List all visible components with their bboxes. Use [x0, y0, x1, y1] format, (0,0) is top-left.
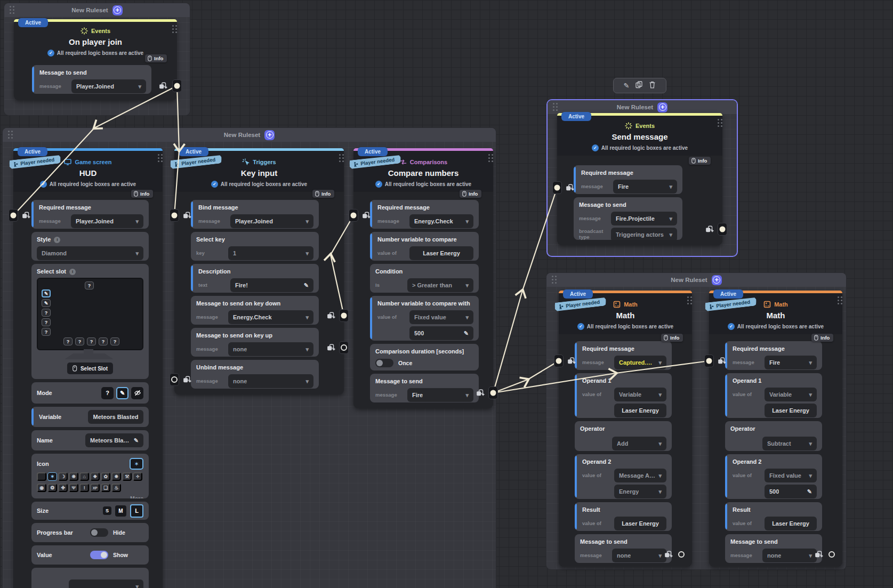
icon-cell-paw[interactable]: ✤: [58, 484, 68, 492]
name-field[interactable]: Meteors Blasted: [85, 433, 143, 447]
drag-handle-icon[interactable]: [8, 131, 10, 132]
value-of-dropdown[interactable]: Variable: [614, 388, 666, 401]
slot-top[interactable]: ?: [85, 281, 94, 289]
add-rule-button[interactable]: [112, 5, 123, 15]
icon-cell-blank[interactable]: [37, 472, 46, 481]
variable-button[interactable]: Meteors Blasted: [88, 410, 143, 424]
icon-cell-house[interactable]: ⌂: [79, 472, 89, 481]
select-slot-button[interactable]: Select Slot: [67, 363, 113, 374]
icon-cell-exclamation[interactable]: !: [79, 484, 89, 492]
icon-cell-banana[interactable]: ☽: [58, 472, 68, 481]
icon-cell-medal[interactable]: ❖: [90, 472, 100, 481]
broadcast-type-dropdown[interactable]: Triggering actors: [611, 228, 677, 240]
value-of-dropdown[interactable]: Fixed value: [409, 310, 473, 324]
icon-cell-coin[interactable]: ◉: [37, 484, 46, 492]
drag-handle-icon[interactable]: [552, 276, 553, 277]
mode-question-button[interactable]: ?: [101, 387, 114, 399]
icon-cell-flame[interactable]: ♨: [111, 484, 121, 492]
node-graph-canvas[interactable]: New Ruleset New Ruleset New Ruleset New …: [0, 0, 893, 588]
message-dropdown[interactable]: Player.Joined: [230, 214, 313, 228]
icon-cell-xp[interactable]: XP: [90, 484, 100, 492]
more-link[interactable]: More: [37, 495, 143, 498]
info-tab[interactable]: Info: [811, 334, 833, 342]
output-connector-empty[interactable]: [678, 551, 685, 558]
info-circle-icon[interactable]: [54, 237, 60, 243]
drag-handle-icon[interactable]: [172, 25, 174, 27]
message-dropdown[interactable]: Energy.Check: [228, 310, 313, 324]
value-of-dropdown[interactable]: Message Argument: [614, 469, 666, 482]
value-toggle-on[interactable]: [90, 551, 108, 559]
icon-cell-sparkle[interactable]: ✧: [133, 472, 142, 481]
ruleset-header[interactable]: New Ruleset: [3, 128, 496, 142]
duplicate-button[interactable]: [635, 81, 642, 90]
output-connector[interactable]: [490, 390, 496, 396]
selected-icon-badge[interactable]: ✶: [130, 458, 143, 470]
slot-bottom-5[interactable]: ?: [110, 337, 119, 345]
output-connector[interactable]: [720, 227, 726, 232]
drag-handle-icon[interactable]: [158, 154, 159, 156]
message-dropdown[interactable]: Captured.Energy: [614, 356, 666, 369]
result-variable-button[interactable]: Laser Energy: [614, 517, 666, 530]
slot-bottom-3[interactable]: ?: [87, 337, 96, 345]
card-compare-numbers[interactable]: Active Player needed Comparisons Compare…: [353, 148, 493, 408]
info-tab[interactable]: Info: [661, 334, 683, 342]
info-tab[interactable]: Info: [312, 190, 334, 198]
icon-cell-gem[interactable]: ❂: [47, 484, 57, 492]
drag-handle-icon[interactable]: [687, 296, 689, 298]
drag-handle-icon[interactable]: [838, 296, 839, 298]
partial-field[interactable]: [69, 579, 143, 588]
condition-dropdown[interactable]: > Greater than: [407, 278, 473, 292]
card-math-add[interactable]: Active Player needed Math Math All requi…: [559, 291, 692, 567]
drag-handle-icon[interactable]: [553, 103, 554, 104]
style-dropdown[interactable]: Diamond: [37, 246, 143, 260]
icon-cell-book[interactable]: ❏: [101, 484, 110, 492]
value-of-dropdown[interactable]: Fixed value: [765, 469, 817, 482]
operator-dropdown[interactable]: Add: [612, 437, 666, 450]
drag-handle-icon[interactable]: [339, 154, 341, 156]
input-connector-empty[interactable]: [171, 376, 178, 383]
message-dropdown[interactable]: none: [612, 549, 666, 562]
slot-bottom-1[interactable]: ?: [63, 337, 73, 345]
output-connector-empty[interactable]: [341, 344, 347, 351]
key-dropdown[interactable]: 1: [228, 246, 313, 260]
icon-cell-burst[interactable]: ❋: [69, 472, 78, 481]
message-dropdown[interactable]: Fire.Projectile: [611, 212, 677, 225]
add-rule-button[interactable]: [264, 130, 275, 140]
icon-cell-fruit[interactable]: ✿: [101, 472, 110, 481]
size-m-button[interactable]: M: [115, 505, 126, 517]
add-rule-button[interactable]: [657, 102, 667, 112]
slot-bottom-2[interactable]: ?: [75, 337, 84, 345]
input-connector[interactable]: [11, 213, 17, 219]
drag-handle-icon[interactable]: [718, 119, 719, 120]
variable-button[interactable]: Laser Energy: [614, 404, 666, 417]
slot-left-1-selected[interactable]: [42, 289, 51, 297]
progress-bar-toggle-off[interactable]: [90, 528, 108, 537]
ruleset-header[interactable]: New Ruleset: [4, 3, 190, 17]
slot-bottom-4[interactable]: ?: [99, 337, 108, 345]
message-dropdown[interactable]: Player.Joined: [71, 79, 146, 93]
duration-toggle-off[interactable]: [375, 359, 393, 367]
info-circle-icon[interactable]: [69, 269, 76, 275]
fixed-value-field[interactable]: 500: [765, 485, 817, 498]
icon-cell-bomb[interactable]: ✸: [111, 472, 121, 481]
icon-cell-wrench[interactable]: ⚒: [122, 472, 132, 481]
size-s-button[interactable]: S: [103, 506, 111, 515]
message-dropdown[interactable]: none: [228, 342, 313, 356]
message-dropdown[interactable]: Fire: [613, 180, 677, 194]
info-tab[interactable]: Info: [131, 190, 153, 198]
icon-cell-plant[interactable]: Ψ: [69, 484, 78, 492]
slot-left-4[interactable]: ?: [42, 318, 51, 326]
argument-dropdown[interactable]: Energy: [614, 485, 666, 498]
message-dropdown[interactable]: Fire: [407, 388, 473, 402]
size-l-button-selected[interactable]: L: [130, 504, 143, 518]
info-tab[interactable]: Info: [460, 190, 481, 198]
info-tab[interactable]: Info: [689, 157, 711, 165]
slot-left-3[interactable]: ?: [42, 309, 51, 317]
description-field[interactable]: Fire!: [230, 278, 313, 292]
input-connector[interactable]: [706, 358, 712, 364]
fixed-value-field[interactable]: 500: [409, 326, 473, 340]
variable-button[interactable]: Laser Energy: [409, 246, 473, 260]
slot-left-2[interactable]: [42, 299, 51, 307]
message-dropdown[interactable]: Player.Joined: [71, 214, 143, 228]
ruleset-header[interactable]: New Ruleset: [546, 273, 846, 287]
